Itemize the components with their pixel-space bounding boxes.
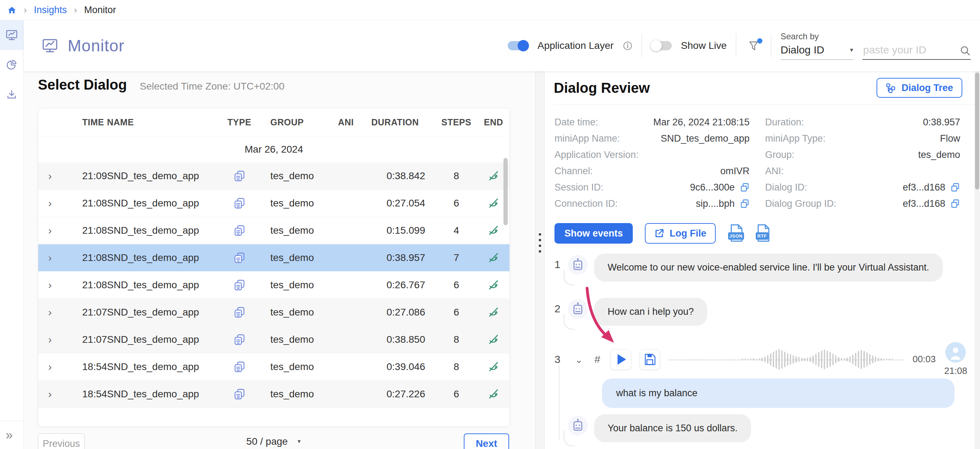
info-icon[interactable] [623,41,632,51]
double-chevron-icon: » [6,428,13,443]
cell-time: 21:09 [67,170,106,182]
dialog-type-icon [223,306,256,319]
table-row-selected[interactable]: › 21:08 SND_tes_demo_app tes_demo 0:38.9… [38,244,509,271]
breadcrumb-current: Monitor [84,5,116,16]
cell-group: tes_demo [256,389,336,400]
next-page-button[interactable]: Next [464,433,509,449]
copy-icon[interactable] [740,182,750,192]
filter-button[interactable] [745,40,762,52]
row-expand-chevron[interactable]: › [38,388,67,400]
cell-duration: 0:27.054 [368,198,435,209]
pie-chart-icon [6,59,18,71]
dialog-type-icon [223,170,256,182]
play-button[interactable] [611,349,631,370]
cell-duration: 0:38.957 [368,252,435,263]
detail-row: Connection ID: sip....bph [554,195,750,212]
drag-grip-icon [539,233,541,252]
show-live-label: Show Live [681,40,727,51]
cell-duration: 0:27.226 [368,389,435,400]
call-end-icon [477,225,509,236]
copy-icon[interactable] [950,199,960,209]
save-audio-button[interactable] [640,349,660,370]
row-expand-chevron[interactable]: › [38,252,67,264]
home-icon[interactable] [7,5,17,15]
dialog-type-icon [223,251,256,264]
row-expand-chevron[interactable]: › [38,224,67,236]
detail-row: miniApp Type: Flow [765,130,961,147]
previous-page-button[interactable]: Previous [38,433,85,449]
show-live-toggle[interactable] [651,41,672,50]
cell-name: SND_tes_demo_app [106,389,223,400]
detail-label: Connection ID: [554,198,618,209]
application-layer-toggle[interactable] [508,41,528,50]
col-steps: STEPS [435,117,477,127]
audio-duration: 00:03 [913,354,936,365]
scrollbar-thumb[interactable] [975,73,979,189]
row-expand-chevron[interactable]: › [38,306,67,318]
download-rtf-button[interactable]: RTF [755,224,772,243]
page-size-select[interactable]: 50 / page ▾ [242,436,305,449]
timezone-label: Selected Time Zone: UTC+02:00 [140,81,285,92]
table-row[interactable]: › 21:09 SND_tes_demo_app tes_demo 0:38.8… [38,163,509,190]
dialog-tree-button[interactable]: Dialog Tree [877,78,962,98]
detail-value: SND_tes_demo_app [661,133,750,144]
cell-time: 21:07 [67,307,106,318]
col-end: END [477,117,509,127]
download-json-button[interactable]: JSON [728,224,745,243]
table-row[interactable]: › 18:54 SND_tes_demo_app tes_demo 0:39.0… [38,354,509,381]
copy-icon[interactable] [740,199,750,209]
chat-transcript: 1 Welcome to our new voice-enabled servi… [554,254,980,449]
user-avatar [945,342,966,363]
hash-icon[interactable]: # [593,354,602,365]
bot-message-bubble: How can i help you? [594,298,707,326]
cell-group: tes_demo [256,225,336,236]
dialog-tree-label: Dialog Tree [901,83,953,94]
table-row[interactable]: › 21:07 SND_tes_demo_app tes_demo 0:38.8… [38,326,509,354]
detail-label: Dialog Group ID: [765,198,837,209]
chevron-down-icon[interactable]: ⌄ [574,353,584,365]
sidebar-item-monitor[interactable] [0,20,23,50]
row-expand-chevron[interactable]: › [38,279,67,291]
page-title-text: Monitor [68,36,124,55]
table-scrollbar[interactable] [503,158,508,225]
row-expand-chevron[interactable]: › [38,361,67,373]
search-type-value: Dialog ID [781,44,824,56]
log-file-button[interactable]: Log File [645,223,716,244]
detail-value: tes_demo [918,149,960,160]
page-size-value: 50 / page [246,436,288,447]
detail-value: 9c6...300e [690,182,735,193]
row-expand-chevron[interactable]: › [38,333,67,346]
sidebar-expand-button[interactable]: » [0,420,23,449]
search-icon[interactable] [959,45,971,56]
detail-label: Group: [765,149,795,160]
search-type-select[interactable]: Dialog ID ▾ [781,44,853,60]
audio-waveform[interactable] [668,347,904,372]
detail-row: Dialog Group ID: ef3...d168 [765,195,961,212]
show-events-button[interactable]: Show events [554,223,633,244]
sidebar-item-export[interactable] [0,80,23,109]
detail-label: Channel: [554,166,593,177]
search-input[interactable] [862,44,959,56]
col-duration: DURATION [368,117,435,127]
table-row[interactable]: › 18:54 SND_tes_demo_app tes_demo 0:27.2… [38,381,509,408]
row-expand-chevron[interactable]: › [38,197,67,209]
table-row[interactable]: › 21:07 SND_tes_demo_app tes_demo 0:27.0… [38,299,509,326]
sidebar-item-reports[interactable] [0,50,23,80]
dialog-review-pane: Dialog Review Dialog Tree Date time: Mar… [544,71,980,449]
copy-icon[interactable] [950,182,960,192]
table-row[interactable]: › 21:08 SND_tes_demo_app tes_demo 0:27.0… [38,190,509,217]
detail-label: Dialog ID: [765,182,807,193]
breadcrumb-insights-link[interactable]: Insights [34,5,67,16]
user-message-bubble: what is my balance [602,379,955,408]
breadcrumb: › Insights › Monitor [0,0,980,20]
cell-steps: 6 [435,307,477,318]
cell-group: tes_demo [256,198,336,209]
cell-duration: 0:38.842 [368,170,435,182]
detail-label: ANI: [765,166,784,177]
pane-resize-handle[interactable] [535,71,544,449]
table-row[interactable]: › 21:08 SND_tes_demo_app tes_demo 0:15.0… [38,217,509,244]
table-row[interactable]: › 21:08 SND_tes_demo_app tes_demo 0:26.7… [38,271,509,299]
row-expand-chevron[interactable]: › [38,170,67,182]
cell-group: tes_demo [256,361,336,373]
divider [642,34,642,57]
